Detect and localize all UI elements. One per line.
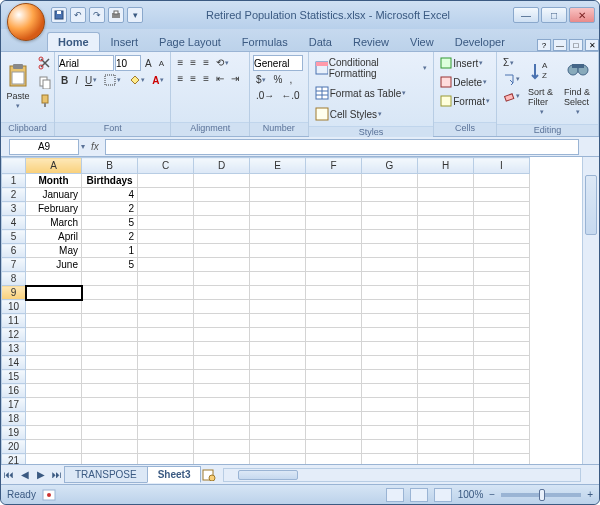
row-header-11[interactable]: 11 — [2, 314, 26, 328]
cell-A17[interactable] — [26, 398, 82, 412]
cell-E14[interactable] — [250, 356, 306, 370]
cell-F14[interactable] — [306, 356, 362, 370]
cell-C5[interactable] — [138, 230, 194, 244]
cell-G15[interactable] — [362, 370, 418, 384]
cell-E6[interactable] — [250, 244, 306, 258]
namebox-dropdown-icon[interactable]: ▾ — [81, 142, 85, 151]
print-icon[interactable] — [108, 7, 124, 23]
format-cells-button[interactable]: Format▾ — [437, 93, 493, 109]
decrease-decimal-button[interactable]: ←.0 — [278, 88, 302, 103]
cell-A11[interactable] — [26, 314, 82, 328]
cell-D21[interactable] — [194, 454, 250, 465]
cell-C14[interactable] — [138, 356, 194, 370]
page-layout-view-button[interactable] — [410, 488, 428, 502]
cell-G9[interactable] — [362, 286, 418, 300]
row-header-13[interactable]: 13 — [2, 342, 26, 356]
zoom-level[interactable]: 100% — [458, 489, 484, 500]
cell-A10[interactable] — [26, 300, 82, 314]
cell-C9[interactable] — [138, 286, 194, 300]
undo-icon[interactable]: ↶ — [70, 7, 86, 23]
cell-C19[interactable] — [138, 426, 194, 440]
row-header-12[interactable]: 12 — [2, 328, 26, 342]
cell-I17[interactable] — [474, 398, 530, 412]
cell-F6[interactable] — [306, 244, 362, 258]
sheet-tab-sheet3[interactable]: Sheet3 — [147, 466, 202, 483]
scrollbar-thumb[interactable] — [585, 175, 597, 235]
cell-A8[interactable] — [26, 272, 82, 286]
cell-B5[interactable]: 2 — [82, 230, 138, 244]
cell-A1[interactable]: Month — [26, 174, 82, 188]
cell-I21[interactable] — [474, 454, 530, 465]
cell-E11[interactable] — [250, 314, 306, 328]
cell-B9[interactable] — [82, 286, 138, 300]
cell-E19[interactable] — [250, 426, 306, 440]
cell-G18[interactable] — [362, 412, 418, 426]
cell-C15[interactable] — [138, 370, 194, 384]
cell-C10[interactable] — [138, 300, 194, 314]
cell-B3[interactable]: 2 — [82, 202, 138, 216]
cell-D19[interactable] — [194, 426, 250, 440]
font-color-button[interactable]: A▾ — [149, 73, 167, 88]
select-all-corner[interactable] — [2, 158, 26, 174]
cell-F9[interactable] — [306, 286, 362, 300]
italic-button[interactable]: I — [72, 73, 81, 88]
cell-F10[interactable] — [306, 300, 362, 314]
bold-button[interactable]: B — [58, 73, 71, 88]
cell-C6[interactable] — [138, 244, 194, 258]
align-left-button[interactable]: ≡ — [174, 71, 186, 86]
cell-A21[interactable] — [26, 454, 82, 465]
cell-G16[interactable] — [362, 384, 418, 398]
increase-indent-button[interactable]: ⇥ — [228, 71, 242, 86]
cell-F5[interactable] — [306, 230, 362, 244]
column-header-E[interactable]: E — [250, 158, 306, 174]
cell-E12[interactable] — [250, 328, 306, 342]
cell-C2[interactable] — [138, 188, 194, 202]
scrollbar-thumb[interactable] — [238, 470, 298, 480]
doc-restore-button[interactable]: □ — [569, 39, 583, 51]
cell-H12[interactable] — [418, 328, 474, 342]
cell-I1[interactable] — [474, 174, 530, 188]
cell-H17[interactable] — [418, 398, 474, 412]
row-header-4[interactable]: 4 — [2, 216, 26, 230]
cell-A4[interactable]: March — [26, 216, 82, 230]
cell-B10[interactable] — [82, 300, 138, 314]
cell-A20[interactable] — [26, 440, 82, 454]
cell-G1[interactable] — [362, 174, 418, 188]
cell-A3[interactable]: February — [26, 202, 82, 216]
cell-D5[interactable] — [194, 230, 250, 244]
cell-H18[interactable] — [418, 412, 474, 426]
cell-B6[interactable]: 1 — [82, 244, 138, 258]
align-right-button[interactable]: ≡ — [200, 71, 212, 86]
cell-D13[interactable] — [194, 342, 250, 356]
tab-formulas[interactable]: Formulas — [232, 33, 298, 51]
cell-G13[interactable] — [362, 342, 418, 356]
tab-insert[interactable]: Insert — [101, 33, 149, 51]
cell-C16[interactable] — [138, 384, 194, 398]
new-sheet-button[interactable] — [201, 467, 217, 483]
cell-D7[interactable] — [194, 258, 250, 272]
cell-E15[interactable] — [250, 370, 306, 384]
prev-sheet-button[interactable]: ◀ — [17, 467, 33, 483]
cell-F3[interactable] — [306, 202, 362, 216]
row-header-2[interactable]: 2 — [2, 188, 26, 202]
cell-I19[interactable] — [474, 426, 530, 440]
cell-B2[interactable]: 4 — [82, 188, 138, 202]
cell-E4[interactable] — [250, 216, 306, 230]
cell-E17[interactable] — [250, 398, 306, 412]
cell-I18[interactable] — [474, 412, 530, 426]
cell-H19[interactable] — [418, 426, 474, 440]
cell-G20[interactable] — [362, 440, 418, 454]
row-header-21[interactable]: 21 — [2, 454, 26, 465]
zoom-slider[interactable] — [501, 493, 581, 497]
column-header-H[interactable]: H — [418, 158, 474, 174]
vertical-scrollbar[interactable] — [582, 157, 599, 464]
column-header-A[interactable]: A — [26, 158, 82, 174]
cell-B18[interactable] — [82, 412, 138, 426]
cell-F16[interactable] — [306, 384, 362, 398]
cell-B7[interactable]: 5 — [82, 258, 138, 272]
cell-A6[interactable]: May — [26, 244, 82, 258]
cell-H9[interactable] — [418, 286, 474, 300]
cell-I9[interactable] — [474, 286, 530, 300]
insert-cells-button[interactable]: Insert▾ — [437, 55, 486, 71]
cell-G21[interactable] — [362, 454, 418, 465]
